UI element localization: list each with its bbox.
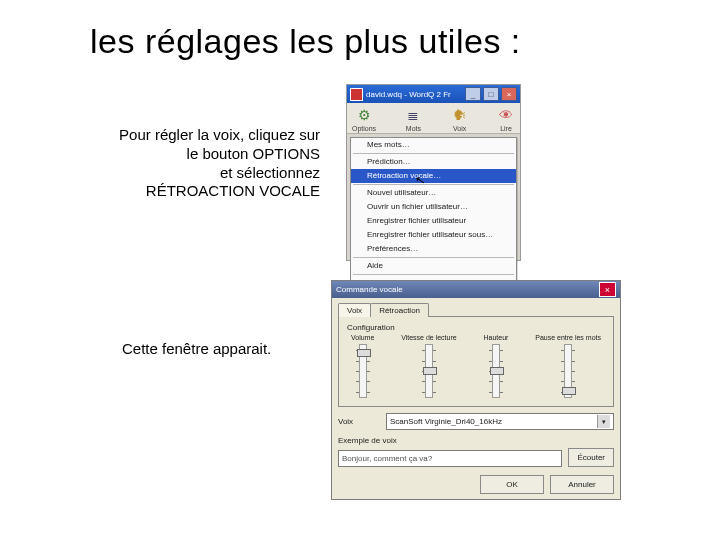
slider-row: Volume Vitesse de lecture Hauteur xyxy=(347,334,605,398)
slider-thumb[interactable] xyxy=(423,367,437,375)
words-button[interactable]: ≣ Mots xyxy=(404,106,422,132)
dialog-buttons: OK Annuler xyxy=(338,475,614,494)
voice-label: Voix xyxy=(453,125,466,132)
volume-slider-col: Volume xyxy=(351,334,374,398)
slider-thumb[interactable] xyxy=(490,367,504,375)
example-label: Exemple de voix xyxy=(338,436,397,445)
list-icon: ≣ xyxy=(404,106,422,124)
options-button[interactable]: ⚙ Options xyxy=(352,106,376,132)
menu-item-save-user-as[interactable]: Enregistrer fichier utilisateur sous… xyxy=(351,228,516,242)
menu-item-voice-feedback[interactable]: Rétroaction vocale… xyxy=(351,169,516,183)
menu-separator xyxy=(353,257,514,258)
intro-text: Pour régler la voix, cliquez sur le bout… xyxy=(50,126,320,201)
toolbar: ⚙ Options ≣ Mots 🗣 Voix 👁 Lire xyxy=(347,103,520,134)
listen-button[interactable]: Écouter xyxy=(568,448,614,467)
voice-combo[interactable]: ScanSoft Virginie_Dri40_16kHz ▾ xyxy=(386,413,614,430)
menu-item-my-words[interactable]: Mes mots… xyxy=(351,138,516,152)
dialog-title: Commande vocale xyxy=(336,285,599,294)
menu-item-new-user[interactable]: Nouvel utilisateur… xyxy=(351,186,516,200)
wordgap-label: Pause entre les mots xyxy=(535,334,601,341)
menu-separator xyxy=(353,274,514,275)
app-icon xyxy=(350,88,363,101)
read-label: Lire xyxy=(500,125,512,132)
menu-item-save-user[interactable]: Enregistrer fichier utilisateur xyxy=(351,214,516,228)
screenshot-voice-dialog: Commande vocale × Voix Rétroaction Confi… xyxy=(331,280,621,500)
close-button[interactable]: × xyxy=(501,87,517,101)
example-text-field[interactable]: Bonjour, comment ça va? xyxy=(338,450,562,467)
minimize-button[interactable]: _ xyxy=(465,87,481,101)
intro-line-4: RÉTROACTION VOCALE xyxy=(50,182,320,201)
pitch-label: Hauteur xyxy=(484,334,509,341)
intro-line-1: Pour régler la voix, cliquez sur xyxy=(50,126,320,145)
slider-thumb[interactable] xyxy=(562,387,576,395)
chevron-down-icon: ▾ xyxy=(597,415,610,428)
voice-combo-value: ScanSoft Virginie_Dri40_16kHz xyxy=(390,417,502,426)
eye-icon: 👁 xyxy=(497,106,515,124)
gear-icon: ⚙ xyxy=(355,106,373,124)
intro-line-2: le bouton OPTIONS xyxy=(50,145,320,164)
voice-combo-label: Voix xyxy=(338,417,386,426)
menu-separator xyxy=(353,184,514,185)
tab-voice[interactable]: Voix xyxy=(338,303,371,317)
menu-separator xyxy=(353,153,514,154)
dialog-titlebar: Commande vocale × xyxy=(332,281,620,298)
config-panel: Configuration Volume Vitesse de lecture xyxy=(338,316,614,407)
voice-icon: 🗣 xyxy=(451,106,469,124)
titlebar-text: david.wdq - WordQ 2 Fr xyxy=(366,90,463,99)
menu-item-preferences[interactable]: Préférences… xyxy=(351,242,516,256)
example-row: Bonjour, comment ça va? Écouter xyxy=(338,448,614,467)
config-group-label: Configuration xyxy=(347,323,605,332)
example-label-row: Exemple de voix xyxy=(338,436,614,445)
maximize-button[interactable]: □ xyxy=(483,87,499,101)
cancel-button[interactable]: Annuler xyxy=(550,475,614,494)
menu-item-prediction[interactable]: Prédiction… xyxy=(351,155,516,169)
volume-label: Volume xyxy=(351,334,374,341)
slide-title: les réglages les plus utiles : xyxy=(90,22,521,61)
caption-window-appears: Cette fenêtre apparait. xyxy=(122,340,271,357)
rate-slider[interactable] xyxy=(425,344,433,398)
slider-thumb[interactable] xyxy=(357,349,371,357)
pitch-slider-col: Hauteur xyxy=(484,334,509,398)
titlebar: david.wdq - WordQ 2 Fr _ □ × xyxy=(347,85,520,103)
intro-line-3: et sélectionnez xyxy=(50,164,320,183)
pitch-slider[interactable] xyxy=(492,344,500,398)
wordgap-slider-col: Pause entre les mots xyxy=(535,334,601,398)
options-dropdown-menu: Mes mots… Prédiction… Rétroaction vocale… xyxy=(350,137,517,291)
voice-row: Voix ScanSoft Virginie_Dri40_16kHz ▾ xyxy=(338,413,614,430)
read-button[interactable]: 👁 Lire xyxy=(497,106,515,132)
wordgap-slider[interactable] xyxy=(564,344,572,398)
example-text-value: Bonjour, comment ça va? xyxy=(342,454,432,463)
rate-label: Vitesse de lecture xyxy=(401,334,457,341)
volume-slider[interactable] xyxy=(359,344,367,398)
screenshot-options-menu: david.wdq - WordQ 2 Fr _ □ × ⚙ Options ≣… xyxy=(346,84,521,261)
rate-slider-col: Vitesse de lecture xyxy=(401,334,457,398)
tab-feedback[interactable]: Rétroaction xyxy=(370,303,429,317)
menu-item-help[interactable]: Aide xyxy=(351,259,516,273)
menu-item-open-user[interactable]: Ouvrir un fichier utilisateur… xyxy=(351,200,516,214)
tab-bar: Voix Rétroaction xyxy=(338,302,620,316)
ok-button[interactable]: OK xyxy=(480,475,544,494)
options-label: Options xyxy=(352,125,376,132)
words-label: Mots xyxy=(406,125,421,132)
dialog-close-button[interactable]: × xyxy=(599,282,616,297)
voice-button[interactable]: 🗣 Voix xyxy=(451,106,469,132)
